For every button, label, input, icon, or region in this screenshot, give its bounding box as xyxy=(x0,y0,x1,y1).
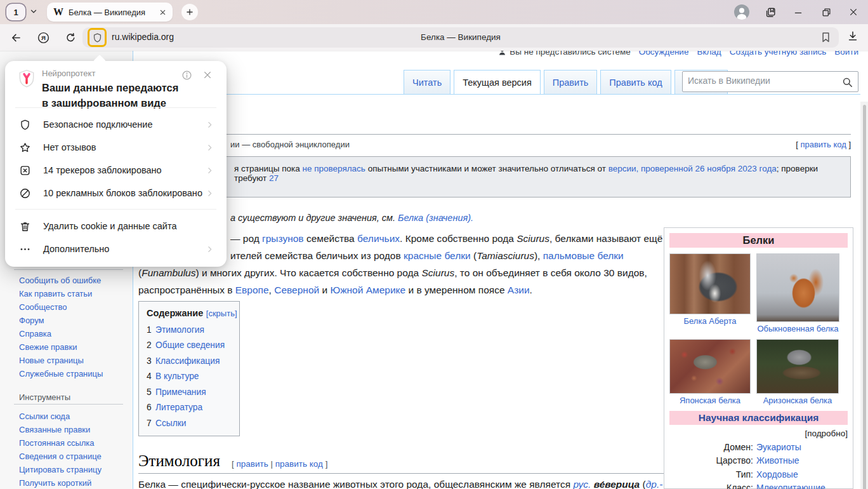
tab-current-version[interactable]: Текущая версия xyxy=(454,70,541,94)
aberts-squirrel-image[interactable] xyxy=(669,253,751,314)
reviewed-version-link[interactable]: версии, проверенной 26 ноября 2023 года xyxy=(608,164,777,173)
toc-link-literature[interactable]: Литература xyxy=(155,403,202,412)
image-caption-link[interactable]: Японская белка xyxy=(669,396,751,405)
ads-blocked-item[interactable]: 10 рекламных блоков заблокировано xyxy=(5,182,227,204)
rodents-link[interactable]: грызунов xyxy=(262,233,304,244)
popup-close-icon[interactable] xyxy=(202,70,213,80)
toc-link-notes[interactable]: Примечания xyxy=(155,387,206,397)
taxobox-figure: Японская белка xyxy=(669,339,751,405)
sciuridae-link[interactable]: беличьих xyxy=(357,233,400,244)
side-panel-icon[interactable] xyxy=(763,4,778,20)
north-america-link[interactable]: Северной xyxy=(274,285,319,295)
tab-close-icon[interactable] xyxy=(159,9,166,16)
downloads-icon[interactable] xyxy=(846,30,859,43)
red-squirrel-image[interactable] xyxy=(756,253,839,322)
old-russian-link[interactable]: др.- xyxy=(646,479,663,489)
sidebar-link-permanent-link[interactable]: Постоянная ссылка xyxy=(19,438,95,448)
address-field[interactable]: ru.wikipedia.org Белка — Википедия xyxy=(82,27,839,48)
russian-language-link[interactable]: рус. xyxy=(573,479,591,489)
bookmark-flag-icon[interactable] xyxy=(819,30,832,44)
sidebar-link-how-to-edit[interactable]: Как править статьи xyxy=(19,289,92,298)
sidebar-link-get-short-url[interactable]: Получить короткий xyxy=(19,478,91,488)
sidebar-link-special-pages[interactable]: Служебные страницы xyxy=(19,369,103,378)
sidebar-link-community[interactable]: Сообщество xyxy=(19,302,67,312)
arizona-squirrel-image[interactable] xyxy=(756,339,839,394)
edit-code-link[interactable]: править код xyxy=(275,459,323,469)
profile-avatar[interactable] xyxy=(734,4,749,20)
sidebar-link-recent-changes[interactable]: Свежие правки xyxy=(19,342,77,352)
tab-read[interactable]: Читать xyxy=(404,70,450,94)
window-restore-icon[interactable] xyxy=(819,4,834,20)
new-tab-button[interactable] xyxy=(181,4,198,20)
wiki-search-input[interactable] xyxy=(688,76,834,86)
ellipsis-icon xyxy=(19,243,33,255)
tab-title: Белка — Википедия xyxy=(69,8,154,17)
delete-cookies-item[interactable]: Удалить cookie и данные сайта xyxy=(5,215,227,238)
yandex-services-icon[interactable]: Я xyxy=(36,30,51,45)
text-fragment: семейства xyxy=(304,233,357,244)
sidebar-link-help[interactable]: Справка xyxy=(19,329,51,338)
toc-link-classification[interactable]: Классификация xyxy=(155,356,220,366)
edit-code-link[interactable]: править код xyxy=(800,140,846,149)
not-reviewed-link[interactable]: не проверялась xyxy=(302,164,365,173)
window-close-icon[interactable] xyxy=(846,4,861,20)
secure-connection-item[interactable]: Безопасное подключение xyxy=(5,113,227,136)
bracket: ] xyxy=(846,140,851,149)
edit-link[interactable]: править xyxy=(237,459,268,469)
chevron-right-icon xyxy=(206,166,214,175)
latin-name: Funambulus xyxy=(141,267,195,278)
palm-squirrels-link[interactable]: пальмовые белки xyxy=(543,250,624,261)
protect-title-line2: в зашифрованном виде xyxy=(42,95,178,111)
taxonomy-value-link[interactable]: Эукариоты xyxy=(756,442,801,452)
japanese-squirrel-image[interactable] xyxy=(669,339,751,394)
more-options-item[interactable]: Дополнительно xyxy=(5,238,227,260)
classification-details-link[interactable]: [подробно] xyxy=(669,429,848,438)
page-scrollbar[interactable] xyxy=(860,102,868,489)
sidebar-link-cite-page[interactable]: Цитировать страницу xyxy=(19,465,102,474)
pending-changes-link[interactable]: 27 xyxy=(269,173,279,183)
tabs-dropdown-chevron-icon[interactable] xyxy=(29,7,38,16)
toc-link-etymology[interactable]: Этимология xyxy=(155,325,204,335)
asia-link[interactable]: Азии xyxy=(508,285,530,295)
taxonomy-value-link[interactable]: Хордовые xyxy=(756,469,798,479)
text-fragment: я страницы пока xyxy=(234,164,302,173)
disambiguation-link[interactable]: Белка (значения). xyxy=(398,213,473,223)
item-label: 10 рекламных блоков заблокировано xyxy=(43,188,206,198)
item-label: 14 трекеров заблокировано xyxy=(43,165,206,175)
toc-hide-toggle[interactable]: [скрыть] xyxy=(206,309,237,318)
scientific-classification-header[interactable]: Научная классификация xyxy=(669,411,848,425)
sidebar-link-report-error[interactable]: Сообщить об ошибке xyxy=(19,276,101,285)
tab-edit[interactable]: Править xyxy=(544,70,598,94)
toc-item: 6Литература xyxy=(147,403,239,412)
taxonomy-value-link[interactable]: Животные xyxy=(756,455,799,466)
image-caption-link[interactable]: Белка Аберта xyxy=(669,316,751,326)
sidebar-link-page-info[interactable]: Сведения о странице xyxy=(19,452,102,461)
europe-link[interactable]: Европе xyxy=(235,285,269,295)
toc-link-in-culture[interactable]: В культуре xyxy=(155,372,199,381)
image-caption-link[interactable]: Аризонская белка xyxy=(756,396,839,405)
refresh-icon[interactable] xyxy=(63,30,78,45)
south-america-link[interactable]: Южной Америке xyxy=(330,285,405,295)
sidebar-link-new-pages[interactable]: Новые страницы xyxy=(19,356,84,365)
tab-edit-code[interactable]: Править код xyxy=(600,70,671,94)
reviews-item[interactable]: Нет отзывов xyxy=(5,136,227,159)
window-minimize-icon[interactable] xyxy=(791,4,806,20)
toc-number: 6 xyxy=(147,403,155,412)
sidebar-link-what-links-here[interactable]: Ссылки сюда xyxy=(19,412,70,421)
red-squirrels-link[interactable]: красные белки xyxy=(404,250,471,261)
taxonomy-label: Тип: xyxy=(669,469,753,479)
taxonomy-value-link[interactable]: Млекопитающие xyxy=(756,483,825,489)
sidebar-link-related-changes[interactable]: Связанные правки xyxy=(19,425,90,434)
sidebar-link-forum[interactable]: Форум xyxy=(19,316,44,325)
toc-link-links[interactable]: Ссылки xyxy=(155,419,187,428)
scrollbar-thumb[interactable] xyxy=(863,105,866,489)
search-icon[interactable] xyxy=(841,76,853,88)
trackers-blocked-item[interactable]: 14 трекеров заблокировано xyxy=(5,159,227,182)
back-button-icon[interactable] xyxy=(8,30,23,45)
toc-link-general[interactable]: Общие сведения xyxy=(155,340,225,350)
image-caption-link[interactable]: Обыкновенная белка xyxy=(756,324,839,333)
taxonomy-row: Домен:Эукариоты xyxy=(669,442,848,452)
tab-counter-badge[interactable]: 1 xyxy=(6,4,25,20)
info-icon[interactable] xyxy=(181,70,192,81)
browser-tab[interactable]: W Белка — Википедия xyxy=(47,3,173,22)
